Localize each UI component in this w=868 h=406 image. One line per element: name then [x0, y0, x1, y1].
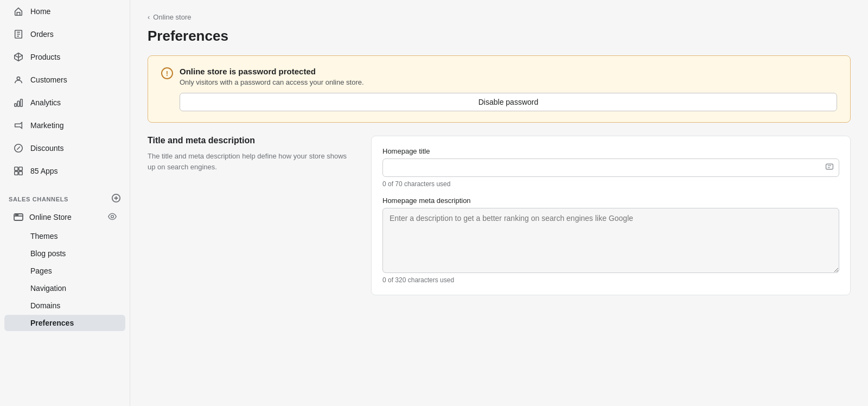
- sales-channels-header: SALES CHANNELS: [0, 187, 130, 207]
- sidebar-sub-item-pages[interactable]: Pages: [4, 263, 125, 279]
- sidebar-item-analytics[interactable]: Analytics: [4, 92, 125, 113]
- sidebar-sub-item-navigation[interactable]: Navigation: [4, 280, 125, 296]
- homepage-meta-textarea[interactable]: [382, 208, 839, 273]
- sidebar-item-customers[interactable]: Customers: [4, 69, 125, 91]
- homepage-title-label: Homepage title: [382, 147, 839, 155]
- sales-channels-label: SALES CHANNELS: [9, 196, 68, 202]
- online-store-icon: [13, 212, 24, 223]
- apps-icon: [13, 166, 24, 176]
- warning-title: Online store is password protected: [180, 67, 364, 76]
- sidebar: Home Orders Products Customers: [0, 0, 130, 406]
- sidebar-sub-item-themes[interactable]: Themes: [4, 228, 125, 244]
- sidebar-sub-item-domains-label: Domains: [30, 301, 60, 310]
- title-field-icon: [825, 162, 834, 173]
- sidebar-item-online-store[interactable]: Online Store: [4, 207, 125, 227]
- sidebar-item-products-label: Products: [30, 53, 60, 61]
- sidebar-item-discounts-label: Discounts: [30, 144, 63, 153]
- add-sales-channel-icon[interactable]: [111, 193, 121, 205]
- sidebar-sub-item-domains[interactable]: Domains: [4, 297, 125, 314]
- svg-rect-9: [19, 172, 22, 175]
- homepage-meta-char-count: 0 of 320 characters used: [382, 276, 839, 284]
- svg-rect-15: [826, 164, 833, 169]
- sidebar-item-orders[interactable]: Orders: [4, 23, 125, 45]
- sidebar-sub-item-preferences-label: Preferences: [30, 319, 74, 327]
- online-store-label: Online Store: [29, 213, 72, 221]
- sidebar-item-discounts[interactable]: Discounts: [4, 137, 125, 159]
- sidebar-sub-item-blog-posts-label: Blog posts: [30, 249, 66, 258]
- page-title: Preferences: [148, 28, 851, 45]
- homepage-title-char-count: 0 of 70 characters used: [382, 180, 839, 188]
- warning-description: Only visitors with a password can access…: [180, 78, 364, 86]
- svg-rect-7: [19, 167, 22, 170]
- homepage-title-field-group: Homepage title 0 of 70 characters used: [382, 147, 839, 188]
- svg-rect-8: [15, 172, 18, 175]
- orders-icon: [13, 29, 24, 40]
- warning-icon: !: [161, 67, 173, 79]
- sidebar-item-orders-label: Orders: [30, 30, 54, 39]
- sidebar-item-home-label: Home: [30, 7, 50, 16]
- homepage-meta-field-group: Homepage meta description 0 of 320 chara…: [382, 196, 839, 284]
- sidebar-item-apps-label: 85 Apps: [30, 167, 58, 175]
- customers-icon: [13, 74, 24, 85]
- home-icon: [13, 6, 24, 17]
- sidebar-item-marketing[interactable]: Marketing: [4, 115, 125, 136]
- sidebar-item-apps[interactable]: 85 Apps: [4, 160, 125, 182]
- section-form: Homepage title 0 of 70 characters used: [371, 136, 851, 295]
- sidebar-item-marketing-label: Marketing: [30, 121, 63, 130]
- svg-rect-3: [17, 101, 20, 106]
- password-warning-banner: ! Online store is password protected Onl…: [148, 55, 851, 123]
- homepage-title-input[interactable]: [382, 158, 839, 177]
- svg-point-14: [111, 215, 114, 218]
- sidebar-sub-item-blog-posts[interactable]: Blog posts: [4, 245, 125, 262]
- meta-section: Title and meta description The title and…: [148, 136, 851, 295]
- analytics-icon: [13, 97, 24, 108]
- sidebar-item-customers-label: Customers: [30, 75, 67, 84]
- meta-form-card: Homepage title 0 of 70 characters used: [371, 136, 851, 295]
- sidebar-sub-item-themes-label: Themes: [30, 232, 58, 240]
- svg-point-12: [16, 214, 17, 215]
- sidebar-sub-item-preferences[interactable]: Preferences: [4, 315, 125, 331]
- breadcrumb[interactable]: ‹ Online store: [148, 13, 851, 21]
- sidebar-sub-item-pages-label: Pages: [30, 267, 52, 275]
- sidebar-item-home[interactable]: Home: [4, 1, 125, 22]
- discounts-icon: [13, 143, 24, 154]
- sidebar-item-analytics-label: Analytics: [30, 98, 61, 107]
- sidebar-item-products[interactable]: Products: [4, 46, 125, 68]
- homepage-meta-label: Homepage meta description: [382, 196, 839, 205]
- svg-rect-2: [15, 104, 17, 106]
- main-content: ‹ Online store Preferences ! Online stor…: [130, 0, 868, 406]
- sidebar-sub-item-navigation-label: Navigation: [30, 284, 66, 293]
- disable-password-button[interactable]: Disable password: [180, 93, 837, 111]
- online-store-visibility-icon[interactable]: [108, 212, 117, 223]
- breadcrumb-label: Online store: [153, 13, 191, 21]
- section-info: Title and meta description The title and…: [148, 136, 354, 172]
- svg-point-1: [17, 77, 20, 80]
- svg-rect-6: [15, 167, 18, 170]
- marketing-icon: [13, 120, 24, 131]
- svg-point-13: [17, 214, 18, 215]
- products-icon: [13, 52, 24, 62]
- svg-rect-4: [21, 99, 23, 107]
- section-description: The title and meta description help defi…: [148, 151, 354, 172]
- breadcrumb-chevron: ‹: [148, 13, 150, 21]
- section-heading: Title and meta description: [148, 136, 354, 145]
